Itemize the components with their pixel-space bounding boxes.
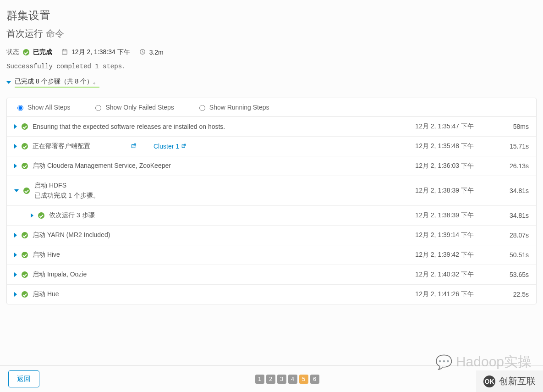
external-link-icon[interactable] [131, 143, 137, 150]
filter-all-radio[interactable] [17, 105, 23, 111]
filter-running[interactable]: Show Running Steps [197, 104, 269, 111]
subtitle-light: 命令 [46, 28, 64, 40]
step-timestamp: 12月 2, 1:41:26 下午 [396, 290, 474, 298]
success-check-icon [22, 143, 28, 149]
status-datetime: 12月 2, 1:38:34 下午 [71, 48, 130, 56]
step-description: 依次运行 3 步骤 [49, 211, 391, 220]
step-row: Ensuring that the expected software rele… [7, 117, 536, 137]
back-button[interactable]: 返回 [8, 370, 39, 387]
step-duration: 34.81s [478, 212, 529, 219]
filter-all[interactable]: Show All Steps [15, 104, 70, 111]
step-description: 启动 Impala, Oozie [33, 271, 391, 279]
step-text: 启动 Hive [33, 251, 60, 259]
pager-page-2[interactable]: 2 [266, 375, 275, 384]
pager-page-5[interactable]: 5 [299, 375, 308, 384]
success-check-icon [38, 212, 44, 219]
success-check-icon [23, 188, 30, 194]
step-description: 启动 Hue [33, 290, 391, 298]
step-duration: 15.71s [478, 143, 529, 150]
step-description: Ensuring that the expected software rele… [33, 123, 391, 130]
pager: 123456 [255, 375, 319, 384]
filter-failed-radio[interactable] [95, 105, 101, 111]
step-description: 正在部署客户端配置Cluster 1 [33, 142, 391, 150]
corner-logo: OK创新互联 [476, 370, 543, 392]
calendar-icon [61, 49, 68, 56]
step-row: 启动 Impala, Oozie12月 2, 1:40:32 下午53.65s [7, 265, 536, 285]
filter-all-label: Show All Steps [27, 104, 70, 111]
completion-message: Successfully completed 1 steps. [6, 63, 537, 70]
step-text: 启动 YARN (MR2 Included) [33, 231, 110, 239]
step-text: 启动 Hue [33, 290, 59, 298]
step-row: 启动 Hive12月 2, 1:39:42 下午50.51s [7, 245, 536, 265]
chevron-right-icon[interactable] [14, 144, 17, 149]
summary-text: 已完成 8 个步骤（共 8 个）。 [15, 77, 99, 88]
step-description: 启动 YARN (MR2 Included) [33, 231, 391, 239]
step-duration: 50.51s [478, 251, 529, 259]
chevron-right-icon[interactable] [14, 292, 17, 297]
clock-icon [139, 49, 146, 56]
chevron-right-icon[interactable] [14, 164, 17, 168]
status-check-icon [23, 49, 29, 55]
step-duration: 22.5s [478, 291, 529, 298]
step-description: 启动 HDFS已成功完成 1 个步骤。 [34, 182, 391, 200]
step-duration: 28.07s [478, 232, 529, 239]
step-description: 启动 Hive [33, 251, 391, 259]
filter-bar: Show All Steps Show Only Failed Steps Sh… [7, 98, 536, 117]
status-label: 状态 [6, 48, 19, 56]
status-duration: 3.2m [149, 49, 164, 56]
chevron-down-icon [6, 81, 11, 84]
step-timestamp: 12月 2, 1:35:47 下午 [396, 122, 474, 131]
step-row: 启动 Hue12月 2, 1:41:26 下午22.5s [7, 285, 536, 304]
step-duration: 58ms [478, 123, 529, 130]
step-timestamp: 12月 2, 1:38:39 下午 [396, 211, 474, 220]
step-text: 正在部署客户端配置 [33, 142, 90, 150]
step-text: 依次运行 3 步骤 [49, 211, 95, 220]
step-timestamp: 12月 2, 1:36:03 下午 [396, 162, 474, 170]
success-check-icon [22, 163, 28, 169]
step-row: 启动 HDFS已成功完成 1 个步骤。12月 2, 1:38:39 下午34.8… [7, 176, 536, 206]
status-value: 已完成 [33, 48, 52, 56]
step-timestamp: 12月 2, 1:39:14 下午 [396, 231, 474, 239]
step-row: 正在部署客户端配置Cluster 1 12月 2, 1:35:48 下午15.7… [7, 137, 536, 156]
step-timestamp: 12月 2, 1:35:48 下午 [396, 142, 474, 150]
chevron-right-icon[interactable] [14, 253, 17, 257]
step-timestamp: 12月 2, 1:39:42 下午 [396, 251, 474, 259]
steps-panel: Show All Steps Show Only Failed Steps Sh… [6, 98, 537, 304]
pager-page-1[interactable]: 1 [255, 375, 264, 384]
step-text: 启动 Impala, Oozie [33, 271, 87, 279]
success-check-icon [22, 123, 28, 130]
status-bar: 状态 已完成 12月 2, 1:38:34 下午 3.2m [6, 48, 537, 56]
pager-page-3[interactable]: 3 [277, 375, 286, 384]
step-text: 启动 HDFS [34, 182, 66, 190]
step-timestamp: 12月 2, 1:40:32 下午 [396, 271, 474, 279]
step-duration: 34.81s [478, 187, 529, 194]
filter-running-label: Show Running Steps [209, 104, 269, 111]
pager-page-6[interactable]: 6 [310, 375, 319, 384]
pager-page-4[interactable]: 4 [288, 375, 297, 384]
chevron-right-icon[interactable] [14, 272, 17, 277]
chevron-down-icon[interactable] [14, 189, 19, 192]
chevron-right-icon[interactable] [14, 233, 17, 237]
step-text: 启动 Cloudera Management Service, ZooKeepe… [33, 162, 171, 170]
success-check-icon [22, 232, 28, 238]
step-row: 启动 Cloudera Management Service, ZooKeepe… [7, 156, 536, 176]
cluster-link[interactable]: Cluster 1 [154, 143, 186, 150]
filter-failed[interactable]: Show Only Failed Steps [93, 104, 174, 111]
step-timestamp: 12月 2, 1:38:39 下午 [396, 187, 474, 195]
svg-rect-0 [62, 50, 67, 54]
filter-failed-label: Show Only Failed Steps [105, 104, 174, 111]
success-check-icon [22, 252, 28, 258]
step-duration: 53.65s [478, 271, 529, 278]
filter-running-radio[interactable] [199, 105, 205, 111]
chevron-right-icon[interactable] [14, 124, 17, 129]
watermark: 💬Hadoop实操 [435, 353, 532, 371]
summary-toggle[interactable]: 已完成 8 个步骤（共 8 个）。 [6, 77, 537, 88]
success-check-icon [22, 291, 28, 298]
step-text: Ensuring that the expected software rele… [33, 123, 225, 130]
page-title: 群集设置 [6, 8, 537, 23]
page-subtitle: 首次运行 命令 [6, 28, 537, 40]
subtitle-main: 首次运行 [6, 28, 43, 40]
chevron-right-icon[interactable] [31, 213, 33, 218]
step-duration: 26.13s [478, 162, 529, 170]
step-row: 依次运行 3 步骤12月 2, 1:38:39 下午34.81s [7, 206, 536, 226]
